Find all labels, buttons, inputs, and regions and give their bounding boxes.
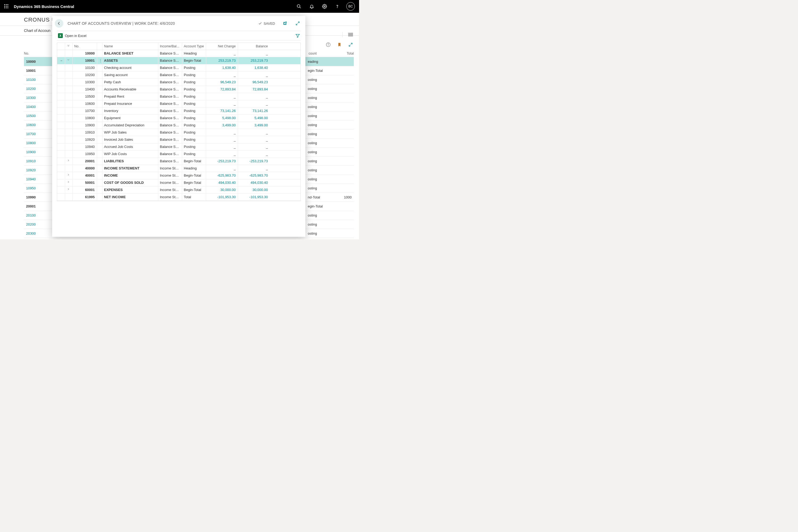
col-account-type[interactable]: Account Type [182,43,206,50]
cell-net-change[interactable]: _ [206,50,238,57]
col-net-change[interactable]: Net Change [206,43,238,50]
cell-no[interactable]: 10000 [73,50,97,57]
app-launcher-icon[interactable] [2,2,11,11]
row-selector[interactable] [57,151,65,157]
col-no[interactable]: No. [73,43,97,50]
chevron-right-icon[interactable] [65,172,73,179]
grid-row[interactable]: 40000INCOME STATEMENTIncome Stat...Headi… [57,165,300,172]
row-selector[interactable]: → [57,57,65,64]
grid-row[interactable]: 10000BALANCE SHEETBalance SheetHeading__ [57,50,300,57]
grid-row[interactable]: 10800EquipmentBalance SheetPosting5,498.… [57,115,300,122]
cell-net-change[interactable]: 1,638.40 [206,64,238,71]
row-selector[interactable] [57,122,65,129]
grid-row[interactable]: 20001LIABILITIESBalance SheetBegin-Total… [57,158,300,165]
row-selector[interactable] [57,72,65,78]
cell-no[interactable]: 40001 [73,172,97,179]
grid-row[interactable]: 60001EXPENSESIncome Stat...Begin-Total30… [57,187,300,194]
grid-row[interactable]: 61995NET INCOMEIncome Stat...Total-101,9… [57,194,300,201]
grid-row[interactable]: 10500Prepaid RentBalance SheetPosting__ [57,93,300,100]
cell-no[interactable]: 50001 [73,179,97,186]
cell-net-change[interactable]: 494,030.40 [206,179,238,186]
row-selector[interactable] [57,179,65,186]
cell-net-change[interactable]: 73,141.26 [206,108,238,114]
grid-row[interactable]: 10950WIP Job CostsBalance SheetPosting__ [57,151,300,158]
row-selector[interactable] [57,79,65,86]
row-selector[interactable] [57,187,65,193]
user-avatar[interactable]: BC [346,2,355,11]
cell-no[interactable]: 10001 [73,57,97,64]
cell-balance[interactable]: _ [238,165,270,172]
cell-net-change[interactable]: 253,219.73 [206,57,238,64]
cell-balance[interactable]: _ [238,100,270,107]
grid-row[interactable]: 10920Invoiced Job SalesBalance SheetPost… [57,136,300,144]
cell-net-change[interactable]: _ [206,151,238,157]
cell-net-change[interactable]: 72,893.84 [206,86,238,93]
open-in-excel-button[interactable]: Open in Excel [57,33,88,39]
settings-icon[interactable] [319,1,330,12]
row-selector[interactable] [57,50,65,57]
cell-no[interactable]: 10950 [73,151,97,157]
row-selector[interactable] [57,129,65,136]
maximize-icon[interactable] [295,20,301,26]
cell-no[interactable]: 10600 [73,100,97,107]
grid-row[interactable]: 10100Checking accountBalance SheetPostin… [57,64,300,72]
cell-no[interactable]: 60001 [73,187,97,193]
chevron-right-icon[interactable] [65,158,73,165]
cell-balance[interactable]: 253,219.73 [238,57,270,64]
cell-balance[interactable]: 3,499.00 [238,122,270,129]
grid-row[interactable]: 50001COST OF GOODS SOLDIncome Stat...Beg… [57,179,300,187]
grid-row[interactable]: 10300Petty CashBalance SheetPosting96,54… [57,79,300,86]
cell-balance[interactable]: 494,030.40 [238,179,270,186]
cell-net-change[interactable]: -253,219.73 [206,158,238,165]
row-selector[interactable] [57,100,65,107]
cell-balance[interactable]: 1,638.40 [238,64,270,71]
collapse-all-icon[interactable] [65,43,73,50]
cell-balance[interactable]: _ [238,129,270,136]
cell-no[interactable]: 10700 [73,108,97,114]
row-selector[interactable] [57,165,65,172]
cell-balance[interactable]: 96,549.23 [238,79,270,86]
row-selector[interactable] [57,93,65,100]
row-selector[interactable] [57,64,65,71]
cell-net-change[interactable]: _ [206,72,238,78]
row-selector[interactable] [57,108,65,114]
col-balance[interactable]: Balance [238,43,270,50]
cell-no[interactable]: 40000 [73,165,97,172]
cell-balance[interactable]: 5,498.00 [238,115,270,121]
grid-row[interactable]: 10940Accrued Job CostsBalance SheetPosti… [57,144,300,151]
row-selector[interactable] [57,136,65,143]
cell-no[interactable]: 10800 [73,115,97,121]
chevron-right-icon[interactable] [65,179,73,186]
cell-balance[interactable]: -625,983.70 [238,172,270,179]
cell-no[interactable]: 10100 [73,64,97,71]
row-selector[interactable] [57,115,65,121]
grid-row[interactable]: →10001⋮ASSETSBalance SheetBegin-Total253… [57,57,300,64]
cell-balance[interactable]: 72,893.84 [238,86,270,93]
cell-balance[interactable]: _ [238,136,270,143]
select-all-cell[interactable] [57,43,65,50]
filter-icon[interactable] [295,33,301,39]
back-button[interactable] [55,19,63,28]
grid-row[interactable]: 10700InventoryBalance SheetPosting73,141… [57,108,300,115]
popout-icon[interactable] [282,20,288,26]
cell-balance[interactable]: _ [238,151,270,157]
cell-no[interactable]: 10400 [73,86,97,93]
chevron-down-icon[interactable] [65,57,73,64]
cell-no[interactable]: 20001 [73,158,97,165]
cell-net-change[interactable]: 96,549.23 [206,79,238,86]
cell-balance[interactable]: -253,219.73 [238,158,270,165]
cell-balance[interactable]: 73,141.26 [238,108,270,114]
col-name[interactable]: Name [102,43,158,50]
cell-no[interactable]: 10200 [73,72,97,78]
cell-no[interactable]: 10920 [73,136,97,143]
cell-balance[interactable]: _ [238,50,270,57]
row-selector[interactable] [57,194,65,201]
cell-net-change[interactable]: 30,000.00 [206,187,238,193]
cell-balance[interactable]: 30,000.00 [238,187,270,193]
cell-net-change[interactable]: 5,498.00 [206,115,238,121]
row-menu-icon[interactable]: ⋮ [97,57,102,64]
col-income-balance[interactable]: Income/Bal... [158,43,182,50]
row-selector[interactable] [57,86,65,93]
row-selector[interactable] [57,172,65,179]
grid-row[interactable]: 10200Saving accountBalance SheetPosting_… [57,72,300,79]
